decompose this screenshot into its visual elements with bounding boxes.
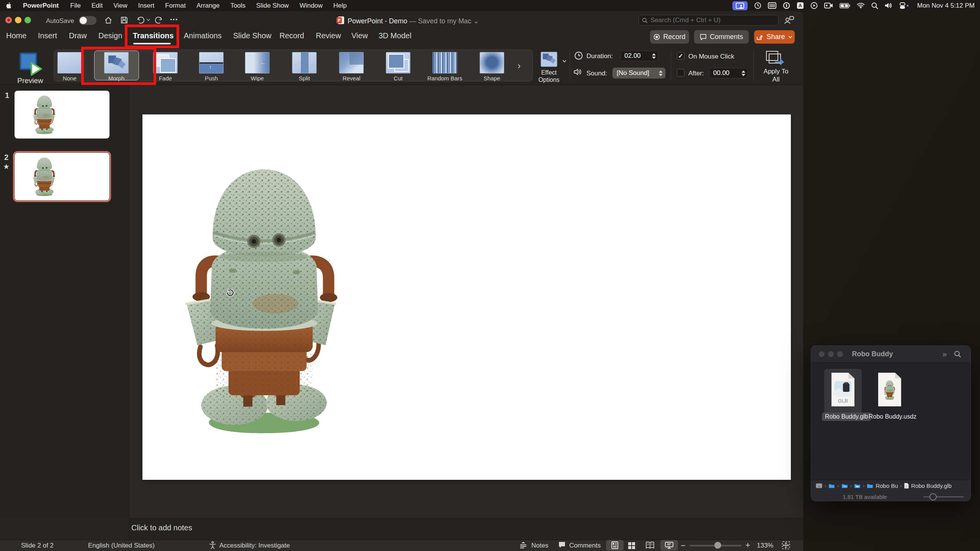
path-file-name[interactable]: Robo Buddy.glb <box>911 483 952 489</box>
redo-icon[interactable] <box>155 16 163 24</box>
barcode-icon[interactable] <box>768 1 776 10</box>
comments-toggle-label[interactable]: Comments <box>569 542 601 549</box>
zoom-out-button[interactable]: − <box>681 541 686 551</box>
slide-show-view-button[interactable] <box>660 540 678 551</box>
undo-dropdown-chevron-icon[interactable] <box>146 18 150 21</box>
accessibility-status[interactable]: Accessibility: Investigate <box>219 542 290 549</box>
notes-pane[interactable] <box>129 519 803 540</box>
gallery-more-icon[interactable]: › <box>518 60 521 71</box>
input-source-icon[interactable]: A <box>797 1 804 10</box>
glb-file-icon[interactable]: GLB <box>831 373 854 406</box>
search-input[interactable] <box>650 16 775 24</box>
after-field[interactable]: 00.00 <box>709 68 748 78</box>
tab-view[interactable]: View <box>351 31 368 40</box>
spotlight-icon[interactable] <box>871 1 878 10</box>
presence-feedback-icon[interactable] <box>784 16 794 25</box>
notes-toggle-label[interactable]: Notes <box>531 542 548 549</box>
notes-toggle-icon[interactable] <box>519 541 528 549</box>
slide-2-transition-star-icon[interactable]: ★ <box>3 162 10 171</box>
menu-arrange[interactable]: Arrange <box>191 2 225 10</box>
fit-to-window-icon[interactable] <box>782 541 790 549</box>
tab-slide-show[interactable]: Slide Show <box>233 31 271 40</box>
menu-clock[interactable]: Mon Nov 4 5:12 PM <box>917 2 975 10</box>
menu-file[interactable]: File <box>65 2 86 10</box>
effect-options-button[interactable]: Effect Options <box>534 51 564 83</box>
icon-size-slider-knob[interactable] <box>929 493 937 500</box>
slide-canvas[interactable] <box>142 114 791 480</box>
close-window-button[interactable] <box>5 17 12 23</box>
after-stepper[interactable] <box>742 70 745 76</box>
save-icon[interactable] <box>120 16 128 24</box>
slide-sorter-view-icon[interactable] <box>628 542 635 549</box>
transition-push[interactable]: ↑ Push <box>190 52 233 82</box>
screen-sharing-icon[interactable] <box>732 1 748 10</box>
menu-view[interactable]: View <box>108 2 133 10</box>
menu-insert[interactable]: Insert <box>133 2 160 10</box>
document-title[interactable]: PowerPoint - Demo — Saved to my Mac ⌄ <box>348 17 479 25</box>
tab-3d-model[interactable]: 3D Model <box>379 31 412 40</box>
after-checkbox[interactable] <box>677 69 684 77</box>
tab-draw[interactable]: Draw <box>69 31 87 40</box>
language-indicator[interactable]: English (United States) <box>88 542 155 549</box>
menu-tools[interactable]: Tools <box>225 2 251 10</box>
minimize-window-button[interactable] <box>15 17 21 23</box>
finder-window[interactable]: Robo Buddy » GLB Robo Buddy.glb <box>811 346 971 501</box>
zoom-slider-knob[interactable] <box>714 542 721 549</box>
menu-format[interactable]: Format <box>160 2 191 10</box>
share-button[interactable]: Share <box>754 30 795 44</box>
record-circle-icon[interactable] <box>783 1 790 10</box>
camera-icon[interactable] <box>824 1 833 10</box>
record-button[interactable]: Record <box>650 30 689 44</box>
duration-field[interactable]: 02.00 <box>620 51 658 61</box>
volume-icon[interactable] <box>885 1 893 10</box>
title-chevron-icon[interactable]: ⌄ <box>473 17 479 25</box>
slide-2-thumbnail[interactable] <box>15 153 109 201</box>
normal-view-button[interactable] <box>606 540 624 551</box>
on-mouse-click-checkbox[interactable]: ✓ <box>677 52 684 60</box>
transition-reveal[interactable]: Reveal <box>330 52 373 82</box>
tab-animations[interactable]: Animations <box>184 31 222 40</box>
transition-shape[interactable]: Shape <box>470 52 513 82</box>
reading-view-icon[interactable] <box>645 541 655 549</box>
wifi-icon[interactable] <box>857 1 865 10</box>
clock-history-icon[interactable] <box>754 1 761 10</box>
tab-review[interactable]: Review <box>316 31 341 40</box>
comments-toggle-icon[interactable] <box>558 541 566 548</box>
glb-file-name[interactable]: Robo Buddy.glb <box>822 412 871 421</box>
menu-app-name[interactable]: PowerPoint <box>17 2 65 10</box>
finder-toolbar-more-icon[interactable]: » <box>942 350 947 359</box>
menu-help[interactable]: Help <box>328 2 352 10</box>
user-switch-icon[interactable] <box>899 1 909 10</box>
slide-counter[interactable]: Slide 2 of 2 <box>21 542 54 549</box>
zoom-window-button[interactable] <box>24 17 31 23</box>
duration-stepper[interactable] <box>652 53 656 59</box>
transition-cut[interactable]: Cut <box>377 52 420 82</box>
tab-home[interactable]: Home <box>6 31 26 40</box>
comments-button[interactable]: Comments <box>694 30 749 44</box>
menu-window[interactable]: Window <box>294 2 328 10</box>
undo-icon[interactable] <box>136 16 145 24</box>
menu-edit[interactable]: Edit <box>86 2 108 10</box>
menu-slide-show[interactable]: Slide Show <box>251 2 294 10</box>
finder-path-bar[interactable]: › › › › Robo Bu › Robo Buddy.glb <box>811 480 970 491</box>
search-box[interactable] <box>639 15 779 26</box>
transition-split[interactable]: ← → Split <box>283 52 326 82</box>
path-folder-name[interactable]: Robo Bu <box>875 483 898 489</box>
battery-icon[interactable] <box>840 1 850 10</box>
tab-record[interactable]: Record <box>279 31 304 40</box>
tab-design[interactable]: Design <box>98 31 122 40</box>
more-commands-icon[interactable] <box>170 18 178 21</box>
home-icon[interactable] <box>104 16 113 24</box>
transition-random-bars[interactable]: Random Bars <box>423 52 466 82</box>
autosave-toggle[interactable] <box>79 16 96 25</box>
finder-search-icon[interactable] <box>954 350 961 358</box>
transition-wipe[interactable]: ← Wipe <box>236 52 279 82</box>
usdz-file-icon[interactable] <box>878 373 901 406</box>
zoom-in-button[interactable]: + <box>745 540 750 550</box>
preview-button[interactable] <box>18 51 44 77</box>
play-circle-icon[interactable] <box>810 1 818 10</box>
usdz-file-name[interactable]: Robo Buddy.usdz <box>869 413 916 420</box>
sound-dropdown[interactable]: [No Sound] <box>612 68 665 78</box>
sound-stepper[interactable] <box>659 70 663 76</box>
apply-to-all-button[interactable] <box>765 50 786 67</box>
